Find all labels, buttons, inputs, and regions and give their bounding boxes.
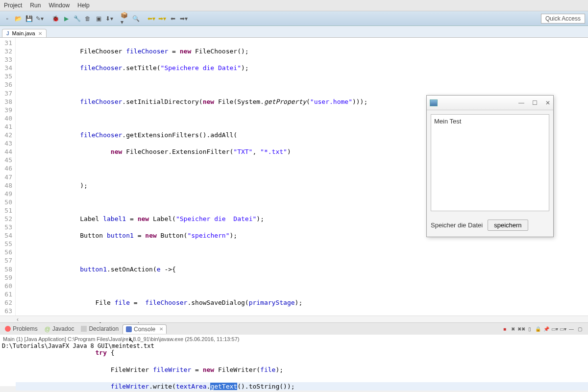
new-icon[interactable]: ▫	[3, 14, 12, 23]
selected-text: getText	[210, 383, 237, 390]
horizontal-scrollbar[interactable]: ‹	[0, 316, 588, 322]
menu-run[interactable]: Run	[30, 2, 41, 9]
file-tab-main-java[interactable]: J Main.java ✕	[2, 29, 47, 37]
app-icon	[430, 99, 438, 106]
trash-icon[interactable]: 🗑	[83, 14, 92, 23]
back-icon[interactable]: ⬅▾	[147, 14, 156, 23]
menu-bar: Project Run Window Help	[0, 0, 588, 11]
build-icon[interactable]: ⬇▾	[105, 14, 114, 23]
search-icon[interactable]: 🔍	[131, 14, 140, 23]
problems-icon	[5, 326, 11, 332]
external-tools-icon[interactable]: 🔧	[73, 14, 81, 23]
new-package-icon[interactable]: 📦▾	[121, 14, 129, 23]
text-area[interactable]	[431, 114, 549, 211]
box-icon[interactable]: ▣	[94, 14, 103, 23]
run-icon[interactable]: ▶	[62, 14, 71, 23]
editor-tab-bar: J Main.java ✕	[0, 26, 588, 38]
scroll-left-icon[interactable]: ‹	[17, 316, 19, 323]
close-window-icon[interactable]: ✕	[545, 99, 550, 106]
open-icon[interactable]: 📂	[14, 14, 23, 23]
line-gutter: 3132333435363738394041424344454647484950…	[0, 38, 16, 316]
menu-project[interactable]: Project	[4, 2, 22, 9]
minimize-icon[interactable]: —	[518, 99, 524, 106]
menu-window[interactable]: Window	[49, 2, 70, 9]
debug-icon[interactable]: 🐞	[51, 14, 60, 23]
javafx-app-window[interactable]: — ☐ ✕ Speicher die Datei speichern	[426, 95, 554, 237]
java-file-icon: J	[6, 31, 9, 36]
forward-icon[interactable]: ➡▾	[158, 14, 167, 23]
quick-access-field[interactable]: Quick Access	[541, 14, 585, 24]
save-icon[interactable]: 💾	[24, 14, 33, 23]
app-title-bar[interactable]: — ☐ ✕	[427, 96, 553, 110]
next-icon[interactable]: ➡▾	[179, 14, 188, 23]
file-tab-label: Main.java	[12, 30, 35, 36]
last-edit-icon[interactable]: ⬅	[169, 14, 177, 23]
close-tab-icon[interactable]: ✕	[38, 31, 42, 36]
menu-help[interactable]: Help	[77, 2, 90, 9]
save-label: Speicher die Datei	[431, 221, 483, 229]
maximize-icon[interactable]: ☐	[532, 99, 538, 106]
toolbar: ▫ 📂 💾 ✎▾ 🐞 ▶ 🔧 🗑 ▣ ⬇▾ 📦▾ 🔍 ⬅▾ ➡▾ ⬅ ➡▾ Qu…	[0, 11, 588, 26]
save-button[interactable]: speichern	[488, 220, 528, 231]
wand-icon[interactable]: ✎▾	[35, 14, 44, 23]
